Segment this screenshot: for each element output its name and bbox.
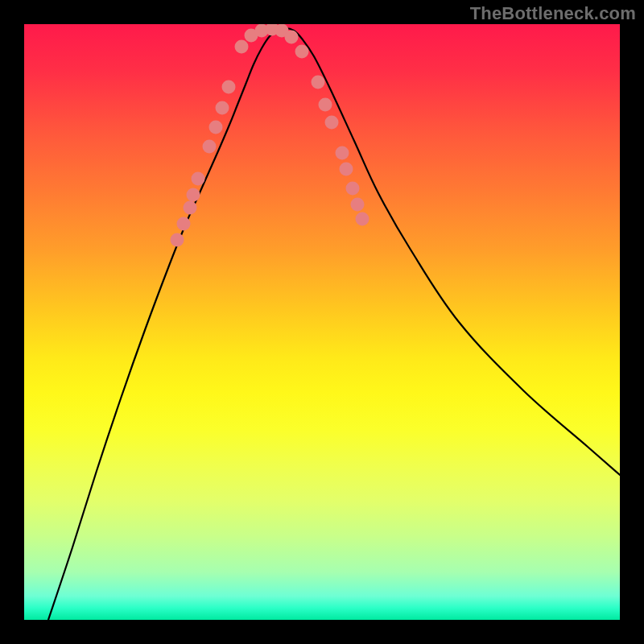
scatter-dot bbox=[177, 217, 191, 231]
scatter-dot bbox=[235, 40, 249, 54]
scatter-dot bbox=[184, 201, 197, 215]
scatter-dot bbox=[312, 76, 325, 89]
scatter-dot bbox=[340, 163, 353, 176]
scatter-dots-group bbox=[171, 24, 369, 247]
scatter-dot bbox=[346, 182, 360, 196]
scatter-dot bbox=[192, 172, 205, 186]
scatter-dot bbox=[216, 101, 229, 115]
scatter-dot bbox=[187, 188, 200, 202]
scatter-dot bbox=[285, 31, 299, 44]
scatter-dot bbox=[171, 233, 184, 247]
scatter-dot bbox=[295, 45, 309, 59]
chart-svg bbox=[24, 24, 620, 620]
scatter-dot bbox=[325, 116, 339, 130]
chart-frame: TheBottleneck.com bbox=[0, 0, 644, 644]
scatter-dot bbox=[356, 213, 369, 226]
scatter-dot bbox=[319, 98, 332, 112]
watermark-text: TheBottleneck.com bbox=[470, 3, 636, 24]
plot-area bbox=[24, 24, 620, 620]
scatter-dot bbox=[351, 198, 365, 212]
scatter-dot bbox=[203, 140, 217, 154]
scatter-dot bbox=[209, 121, 223, 134]
scatter-dot bbox=[336, 147, 349, 160]
scatter-dot bbox=[222, 80, 236, 94]
